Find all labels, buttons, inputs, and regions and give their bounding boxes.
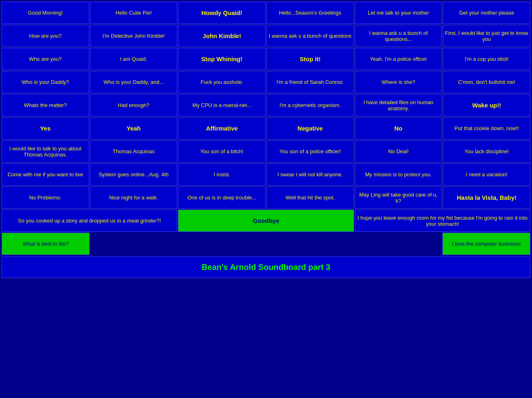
cell-r0-c3[interactable]: Hello...Season's Greetings xyxy=(266,2,354,24)
cell-r5-c0[interactable]: Yes xyxy=(2,117,89,139)
cell-r6-c3[interactable]: You son of a police officer! xyxy=(266,140,354,163)
cell-r0-c0[interactable]: Good Morning! xyxy=(2,2,89,24)
footer-left-cell[interactable]: So you cooked up a story and dropped us … xyxy=(2,210,177,232)
cell-r4-c1[interactable]: Had enough? xyxy=(90,94,178,116)
bottom-left-cell[interactable]: What is best in life? xyxy=(2,233,90,255)
cell-r1-c3[interactable]: I wanna ask u a bunch of questions xyxy=(266,25,354,47)
cell-r7-c2[interactable]: I insist. xyxy=(178,163,266,186)
cell-r8-c4[interactable]: May Ling will take good care of u, k? xyxy=(355,186,442,209)
footer-right-cell[interactable]: I hope you leave enough room for my fist… xyxy=(355,210,530,232)
cell-r6-c5[interactable]: You lack discipline! xyxy=(443,140,530,163)
cell-r1-c1[interactable]: I'm Detective John Kimble! xyxy=(90,25,178,47)
cell-r8-c1[interactable]: Nice night for a walk. xyxy=(90,186,178,209)
cell-r2-c1[interactable]: I am Quaid. xyxy=(90,48,178,70)
cell-r2-c5[interactable]: I'm a cop you idiot! xyxy=(443,48,530,70)
cell-r8-c2[interactable]: One of us is in deep trouble... xyxy=(178,186,266,209)
cell-r3-c1[interactable]: Who is your Daddy, and... xyxy=(90,71,178,93)
cell-r7-c3[interactable]: I swear I will not kill anyone. xyxy=(266,163,354,186)
cell-r4-c5[interactable]: Wake up!! xyxy=(443,94,530,116)
cell-r8-c3[interactable]: Well that hit the spot. xyxy=(266,186,354,209)
cell-r6-c4[interactable]: No Deal! xyxy=(355,140,442,163)
cell-r3-c5[interactable]: C'mon, don't bullshit me! xyxy=(443,71,530,93)
cell-r2-c4[interactable]: Yeah, I'm a police officer xyxy=(355,48,442,70)
cell-r0-c1[interactable]: Hello Cutie Pie! xyxy=(90,2,178,24)
cell-r6-c2[interactable]: You son of a bitch! xyxy=(178,140,266,163)
cell-r2-c3[interactable]: Stop it! xyxy=(266,48,354,70)
cell-r1-c5[interactable]: First, I would like to just get to know … xyxy=(443,25,530,47)
cell-r2-c2[interactable]: Stop Whining! xyxy=(178,48,266,70)
cell-r1-c2[interactable]: John Kimble! xyxy=(178,25,266,47)
cell-r4-c2[interactable]: My CPU is a nueral-net... xyxy=(178,94,266,116)
footer-row: So you cooked up a story and dropped us … xyxy=(2,210,530,232)
bottom-row: What is best in life? I love the compute… xyxy=(2,233,530,255)
cell-r7-c1[interactable]: System goes online...Aug. 4th xyxy=(90,163,178,186)
cell-r3-c3[interactable]: I'm a friend of Sarah Connor. xyxy=(266,71,354,93)
cell-r5-c1[interactable]: Yeah xyxy=(90,117,178,139)
cell-r3-c4[interactable]: Where is she? xyxy=(355,71,442,93)
cell-r8-c0[interactable]: No Problemo. xyxy=(2,186,89,209)
cell-r2-c0[interactable]: Who are you? xyxy=(2,48,89,70)
cell-r1-c4[interactable]: I wanna ask u a bunch of questions... xyxy=(355,25,442,47)
cell-r6-c1[interactable]: Thomas Acquinas xyxy=(90,140,178,163)
cell-r5-c2[interactable]: Affirmative xyxy=(178,117,266,139)
cell-r7-c4[interactable]: My mission is to protect you. xyxy=(355,163,442,186)
cell-r7-c5[interactable]: I need a vacation! xyxy=(443,163,530,186)
cell-r0-c4[interactable]: Let me talk to your mother xyxy=(355,2,442,24)
cell-r3-c2[interactable]: Fuck you asshole. xyxy=(178,71,266,93)
cell-r4-c0[interactable]: Whats the matter? xyxy=(2,94,89,116)
cell-r0-c5[interactable]: Get your mother please xyxy=(443,2,530,24)
cell-r5-c4[interactable]: No xyxy=(355,117,442,139)
cell-r5-c5[interactable]: Put that cookie down, now!! xyxy=(443,117,530,139)
title-bar: Bean's Arnold Soundboard part 3 xyxy=(2,257,530,278)
cell-r4-c3[interactable]: I'm a cybernetic organism. xyxy=(266,94,354,116)
cell-r4-c4[interactable]: I have detailed files on human anatomy. xyxy=(355,94,442,116)
cell-r5-c3[interactable]: Negative xyxy=(266,117,354,139)
button-grid: Good Morning!Hello Cutie Pie!Howdy Quaid… xyxy=(2,2,530,209)
cell-r7-c0[interactable]: Come with me if you want to live xyxy=(2,163,89,186)
cell-r3-c0[interactable]: Who is your Daddy? xyxy=(2,71,89,93)
cell-r1-c0[interactable]: How are you? xyxy=(2,25,89,47)
cell-r6-c0[interactable]: I would like to talk to you about Thomas… xyxy=(2,140,89,163)
cell-r8-c5[interactable]: Hasta la Vista, Baby! xyxy=(443,186,530,209)
cell-r0-c2[interactable]: Howdy Quaid! xyxy=(178,2,266,24)
footer-center-cell[interactable]: Goodbye xyxy=(178,210,354,232)
bottom-right-cell[interactable]: I love the computer business! xyxy=(442,233,530,255)
